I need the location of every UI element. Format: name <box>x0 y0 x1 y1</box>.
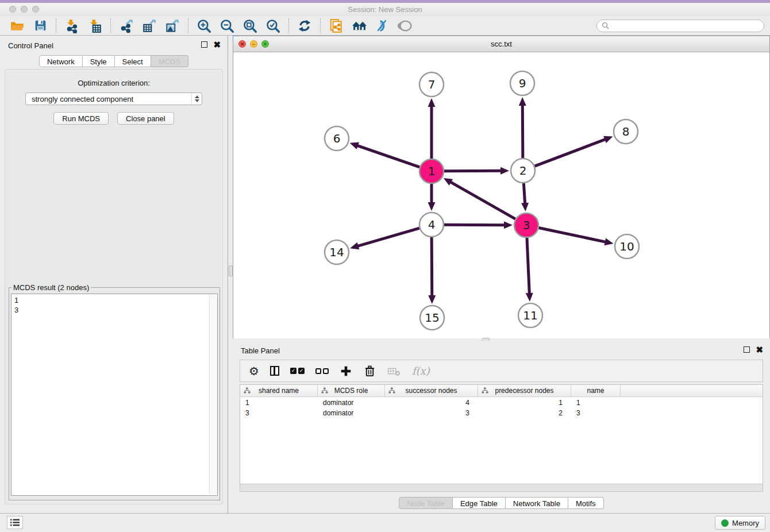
zoom-selected-button[interactable] <box>261 17 284 34</box>
import-table-button[interactable] <box>83 17 106 34</box>
tab-mcds[interactable]: MCDS <box>151 55 188 67</box>
node-label: 7 <box>428 78 436 91</box>
tab-network[interactable]: Network <box>39 55 83 67</box>
edge-3-1[interactable] <box>450 182 515 219</box>
shared-column-icon <box>321 387 328 394</box>
eye-button[interactable] <box>394 17 417 34</box>
memory-button[interactable]: Memory <box>715 516 765 530</box>
node-label: 2 <box>519 164 527 178</box>
close-panel-icon[interactable]: ✖ <box>213 41 221 48</box>
tab-node-table[interactable]: Node Table <box>399 497 453 509</box>
column-header-shared-name[interactable]: shared name <box>240 385 318 396</box>
node-label: 6 <box>333 132 341 145</box>
result-scrollbar[interactable] <box>209 295 217 495</box>
minimize-network-icon[interactable]: − <box>250 40 257 48</box>
close-panel-button[interactable]: Close panel <box>117 112 174 125</box>
search-input[interactable] <box>613 21 759 30</box>
node-table[interactable]: shared nameMCDS rolesuccessor nodesprede… <box>240 384 763 484</box>
import-table-icon <box>87 18 102 33</box>
checked-boxes-icon: ✓✓ <box>290 368 305 374</box>
refresh-layout-button[interactable] <box>293 17 316 34</box>
tab-network-table[interactable]: Network Table <box>506 497 568 509</box>
optimization-criterion-select[interactable]: strongly connected component <box>25 92 202 105</box>
edge-3-10[interactable] <box>539 228 606 242</box>
mcds-result-list[interactable]: 13 <box>11 294 218 496</box>
table-row[interactable]: 3dominator323 <box>240 408 763 418</box>
task-history-button[interactable] <box>7 516 23 529</box>
edge-2-9[interactable] <box>522 105 523 158</box>
column-label: shared name <box>259 387 299 395</box>
mcds-result-title: MCDS result (2 nodes) <box>11 283 91 292</box>
zoom-out-button[interactable] <box>215 17 238 34</box>
node-label: 8 <box>622 125 630 138</box>
delete-column-button[interactable] <box>363 363 376 380</box>
export-table-icon <box>142 18 157 33</box>
delete-table-button[interactable] <box>387 363 401 380</box>
memory-label: Memory <box>732 519 759 527</box>
select-all-columns-button[interactable]: ✓✓ <box>290 363 305 380</box>
document-network-button[interactable] <box>325 17 348 34</box>
column-header-name[interactable]: name <box>571 385 621 396</box>
network-window-titlebar[interactable]: ✕ − + scc.txt <box>233 36 769 52</box>
close-table-panel-icon[interactable]: ✖ <box>756 346 763 353</box>
mcds-result-group: MCDS result (2 nodes) 13 <box>9 283 220 500</box>
edge-3-11[interactable] <box>527 238 529 294</box>
column-header-predecessor-nodes[interactable]: predecessor nodes <box>478 385 571 396</box>
close-network-icon[interactable]: ✕ <box>238 40 246 48</box>
arrowhead-icon <box>504 221 513 229</box>
apply-function-button[interactable]: f(x) <box>412 363 430 380</box>
zoom-fit-button[interactable] <box>238 17 261 34</box>
edge-4-3[interactable] <box>444 225 505 225</box>
hide-details-icon <box>375 18 390 33</box>
open-folder-button[interactable] <box>6 17 29 34</box>
tab-edge-table[interactable]: Edge Table <box>453 497 506 509</box>
homes-button[interactable] <box>348 17 371 34</box>
toolbar-divider <box>288 18 289 33</box>
optimization-criterion-label: Optimization criterion: <box>5 79 222 87</box>
add-column-button[interactable] <box>340 363 352 380</box>
column-header-successor-nodes[interactable]: successor nodes <box>385 385 478 396</box>
node-label: 14 <box>329 245 344 259</box>
deselect-all-columns-button[interactable] <box>315 363 329 380</box>
vertical-splitter-handle[interactable] <box>229 265 233 276</box>
edge-4-15[interactable] <box>432 237 432 296</box>
tab-style[interactable]: Style <box>83 55 115 67</box>
export-table-button[interactable] <box>138 17 161 34</box>
table-hscrollbar[interactable] <box>240 484 763 492</box>
stepper-arrows-icon <box>191 93 202 105</box>
edge-1-2[interactable] <box>444 171 502 171</box>
network-graph[interactable]: 7968124314101511 <box>233 52 769 338</box>
hide-details-button[interactable] <box>371 17 394 34</box>
table-settings-button[interactable]: ⚙ <box>249 363 259 380</box>
search-box[interactable] <box>596 20 764 32</box>
edge-4-14[interactable] <box>357 228 419 246</box>
table-tabs: Node TableEdge TableNetwork TableMotifs <box>233 497 770 509</box>
show-columns-button[interactable] <box>270 363 279 380</box>
edge-2-3[interactable] <box>523 183 525 204</box>
network-canvas[interactable]: 7968124314101511 <box>233 52 769 338</box>
edge-2-8[interactable] <box>535 139 606 166</box>
memory-status-icon <box>721 519 729 527</box>
toolbar-divider <box>188 18 188 33</box>
arrowhead-icon <box>350 242 359 249</box>
tab-select[interactable]: Select <box>115 55 151 67</box>
tab-motifs[interactable]: Motifs <box>568 497 604 509</box>
float-table-panel-icon[interactable] <box>744 346 750 353</box>
maximize-network-icon[interactable]: + <box>261 40 269 48</box>
table-row[interactable]: 1dominator411 <box>240 398 763 407</box>
export-image-button[interactable] <box>161 17 184 34</box>
export-network-button[interactable] <box>115 17 138 34</box>
node-label: 3 <box>523 218 530 232</box>
column-label: name <box>587 387 604 395</box>
run-mcds-button[interactable]: Run MCDS <box>53 112 109 125</box>
float-panel-icon[interactable] <box>201 41 207 48</box>
save-session-button[interactable] <box>29 17 52 34</box>
gear-icon: ⚙ <box>249 365 259 377</box>
zoom-in-button[interactable] <box>192 17 215 34</box>
import-network-button[interactable] <box>60 17 83 34</box>
edge-1-6[interactable] <box>357 145 419 167</box>
column-header-mcds-role[interactable]: MCDS role <box>318 385 385 396</box>
arrowhead-icon <box>603 136 613 143</box>
result-line: 1 <box>14 295 214 305</box>
arrowhead-icon <box>428 295 436 304</box>
